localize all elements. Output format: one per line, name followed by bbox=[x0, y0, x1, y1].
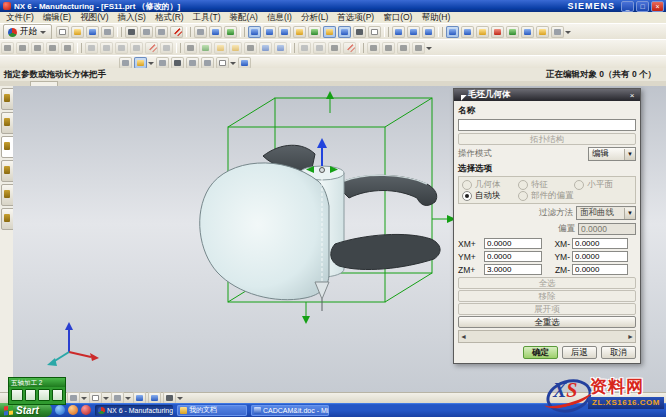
resource-bar bbox=[0, 86, 14, 392]
menu-view[interactable]: 视图(V) bbox=[80, 12, 108, 24]
chevron-down-icon[interactable] bbox=[230, 62, 236, 68]
zm-plus-input[interactable] bbox=[484, 264, 542, 275]
xm-plus-input[interactable] bbox=[484, 238, 542, 249]
chevron-down-icon[interactable] bbox=[148, 62, 154, 68]
auto-block-radio[interactable] bbox=[462, 191, 472, 201]
dropdown-arrow-icon[interactable]: ▼ bbox=[624, 149, 635, 160]
menu-assemblies[interactable]: 装配(A) bbox=[230, 12, 258, 24]
open-icon[interactable] bbox=[71, 26, 84, 38]
restore-button[interactable]: □ bbox=[636, 1, 649, 12]
ie-quicklaunch-icon[interactable] bbox=[55, 405, 65, 415]
recorder-title: 五轴加工 2 bbox=[9, 378, 65, 387]
isometric-view-icon[interactable] bbox=[422, 26, 435, 38]
menu-information[interactable]: 信息(I) bbox=[267, 12, 292, 24]
mill-tool-icon bbox=[367, 42, 380, 54]
paste-icon[interactable] bbox=[155, 26, 168, 38]
selection-filter-icon[interactable] bbox=[119, 57, 132, 69]
quicklaunch-icon[interactable] bbox=[68, 405, 78, 415]
rotate-view-icon[interactable] bbox=[293, 26, 306, 38]
delete-icon[interactable] bbox=[170, 26, 183, 38]
rectangle-select-icon[interactable] bbox=[216, 57, 229, 69]
zm-plus-label: ZM+ bbox=[458, 265, 482, 275]
ym-minus-input[interactable] bbox=[572, 251, 628, 262]
highlight-icon[interactable] bbox=[238, 57, 251, 69]
zm-minus-input[interactable] bbox=[572, 264, 628, 275]
menu-edit[interactable]: 编辑(E) bbox=[43, 12, 71, 24]
taskbar-task-word[interactable]: CADCAM&it.doc - Mi... bbox=[251, 405, 329, 416]
name-input[interactable] bbox=[458, 119, 636, 131]
menu-preferences[interactable]: 首选项(P) bbox=[337, 12, 374, 24]
dialog-close-icon[interactable]: × bbox=[627, 91, 637, 100]
recorder-zoom-icon[interactable] bbox=[25, 389, 37, 401]
xm-minus-label: XM- bbox=[544, 239, 570, 249]
snap-enable-icon[interactable] bbox=[134, 57, 147, 69]
recorder-hand-icon[interactable] bbox=[11, 389, 23, 401]
snap-point-icon[interactable] bbox=[446, 26, 459, 38]
propeller-blade-front[interactable] bbox=[200, 163, 329, 300]
zoom-icon[interactable] bbox=[263, 26, 276, 38]
toolbar-options-icon[interactable] bbox=[565, 31, 571, 37]
menu-file[interactable]: 文件(F) bbox=[6, 12, 34, 24]
save-icon[interactable] bbox=[86, 26, 99, 38]
menu-help[interactable]: 帮助(H) bbox=[421, 12, 450, 24]
background-icon[interactable] bbox=[368, 26, 381, 38]
select-arrow-icon[interactable] bbox=[156, 57, 169, 69]
taskbar-task-nx[interactable]: NX 6 - Manufacturing -... bbox=[95, 405, 173, 416]
dialog-titlebar[interactable]: 毛坯几何体 × bbox=[454, 89, 640, 101]
reselect-all-button[interactable]: 全重选 bbox=[458, 316, 636, 328]
copy-icon[interactable] bbox=[140, 26, 153, 38]
propeller-blade-bottom[interactable] bbox=[331, 234, 440, 269]
minimize-button[interactable]: _ bbox=[621, 1, 634, 12]
pager-left-icon[interactable]: ◄ bbox=[460, 333, 467, 340]
command-finder-icon[interactable] bbox=[224, 26, 237, 38]
material-icon[interactable] bbox=[506, 26, 519, 38]
window-titlebar[interactable]: NX 6 - Manufacturing - [FS11.prt （修改的）] … bbox=[0, 0, 666, 12]
recorder-stop-icon[interactable] bbox=[52, 389, 64, 401]
start-button[interactable]: Start bbox=[0, 403, 52, 417]
mode-select[interactable]: 编辑 ▼ bbox=[588, 147, 636, 161]
selection-icon[interactable] bbox=[521, 26, 534, 38]
quicklaunch-icon[interactable] bbox=[81, 405, 91, 415]
new-part-icon[interactable] bbox=[56, 26, 69, 38]
point-constructor-icon[interactable] bbox=[461, 26, 474, 38]
pager-right-icon[interactable]: ► bbox=[627, 333, 634, 340]
ok-button[interactable]: 确定 bbox=[523, 346, 558, 359]
select-edge-icon[interactable] bbox=[186, 57, 199, 69]
wireframe-view-icon[interactable] bbox=[353, 26, 366, 38]
print-icon[interactable] bbox=[101, 26, 114, 38]
cut-icon[interactable] bbox=[125, 26, 138, 38]
start-app-button[interactable]: 开始 bbox=[3, 24, 52, 40]
menu-format[interactable]: 格式(R) bbox=[155, 12, 184, 24]
refresh-icon[interactable] bbox=[308, 26, 321, 38]
close-button[interactable]: × bbox=[651, 1, 664, 12]
orient-view-icon[interactable] bbox=[392, 26, 405, 38]
trimetric-view-icon[interactable] bbox=[407, 26, 420, 38]
menu-window[interactable]: 窗口(O) bbox=[383, 12, 412, 24]
replay-toolpath-icon bbox=[100, 42, 113, 54]
recorder-pause-icon[interactable] bbox=[38, 389, 50, 401]
shaded-with-edges-icon[interactable] bbox=[338, 26, 351, 38]
taskbar-task-documents[interactable]: 我的文档 bbox=[177, 405, 247, 416]
ym-plus-input[interactable] bbox=[484, 251, 542, 262]
measure-icon[interactable] bbox=[491, 26, 504, 38]
undo-icon[interactable] bbox=[194, 26, 207, 38]
select-face-icon[interactable] bbox=[171, 57, 184, 69]
xm-minus-input[interactable] bbox=[572, 238, 628, 249]
task-label: CADCAM&it.doc - Mi... bbox=[263, 407, 329, 414]
work-layer-icon[interactable] bbox=[476, 26, 489, 38]
menu-insert[interactable]: 插入(S) bbox=[118, 12, 146, 24]
redo-icon[interactable] bbox=[209, 26, 222, 38]
propeller-blade-right[interactable] bbox=[343, 175, 437, 205]
toolbar-options-icon[interactable] bbox=[426, 47, 432, 53]
menu-tools[interactable]: 工具(T) bbox=[193, 12, 221, 24]
snapshot-icon[interactable] bbox=[536, 26, 549, 38]
cancel-button[interactable]: 取消 bbox=[601, 346, 636, 359]
ruler-icon[interactable] bbox=[551, 26, 564, 38]
menu-analysis[interactable]: 分析(L) bbox=[301, 12, 328, 24]
select-curve-icon[interactable] bbox=[201, 57, 214, 69]
topology-button: 拓扑结构 bbox=[458, 133, 636, 145]
back-button[interactable]: 后退 bbox=[562, 346, 597, 359]
fit-view-icon[interactable] bbox=[248, 26, 261, 38]
shaded-view-icon[interactable] bbox=[323, 26, 336, 38]
pan-icon[interactable] bbox=[278, 26, 291, 38]
